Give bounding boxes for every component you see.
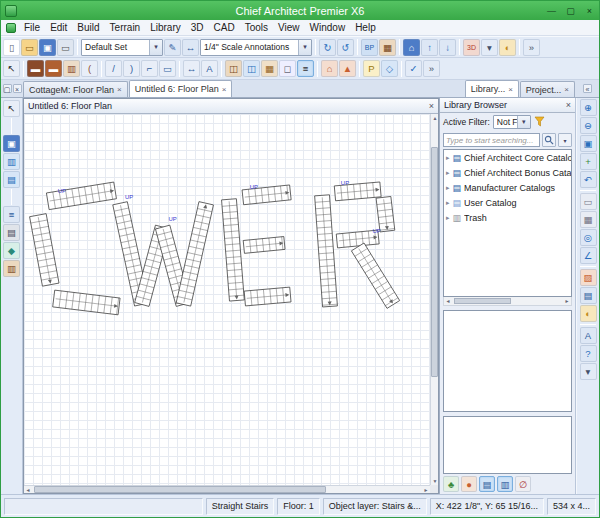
combo-arrow-icon[interactable]: ▾ xyxy=(298,40,311,55)
scroll-left-icon[interactable]: ◄ xyxy=(24,486,32,494)
library-search-input[interactable] xyxy=(443,133,540,147)
half-wall-icon[interactable]: ▥ xyxy=(63,60,80,77)
cad-polyline-icon[interactable]: ⌐ xyxy=(141,60,158,77)
home-view-icon[interactable]: ⌂ xyxy=(403,39,420,56)
tab-close-icon[interactable]: × xyxy=(222,85,227,94)
combo-arrow-icon[interactable]: ▾ xyxy=(149,40,162,55)
stair-segment[interactable] xyxy=(315,195,338,307)
exterior-wall-icon[interactable]: ▬ xyxy=(27,60,44,77)
help-icon[interactable]: ? xyxy=(580,345,597,362)
scroll-right-icon[interactable]: ► xyxy=(422,486,430,494)
annotation-scale-combo[interactable]: 1/4" Scale Annotations▾ xyxy=(200,39,312,56)
close-button[interactable]: × xyxy=(580,2,599,19)
stair-segment[interactable] xyxy=(222,199,245,301)
expand-arrow-icon[interactable]: ▸ xyxy=(446,154,450,162)
camera-menu-icon[interactable]: ▾ xyxy=(481,39,498,56)
tab-library-browser[interactable]: Library... × xyxy=(465,80,519,97)
render-view-icon[interactable]: ◐ xyxy=(499,39,516,56)
tab-close-icon[interactable]: × xyxy=(117,85,122,94)
scroll-right-icon[interactable]: ► xyxy=(563,297,571,305)
edit-defaults-icon[interactable]: ✎ xyxy=(164,39,181,56)
display-options-icon[interactable]: ◐ xyxy=(580,305,597,322)
scroll-up-icon[interactable]: ▲ xyxy=(431,114,439,122)
library-object-icon[interactable]: ▥ xyxy=(3,260,20,277)
stair-segment[interactable] xyxy=(351,243,399,308)
overview-icon[interactable]: ▤ xyxy=(3,171,20,188)
scroll-down-icon[interactable]: ▼ xyxy=(431,477,439,485)
stair-segment[interactable] xyxy=(176,202,213,306)
combo-arrow-icon[interactable]: ▾ xyxy=(517,116,530,128)
cad-arc-icon[interactable]: ) xyxy=(123,60,140,77)
door-tool-icon[interactable]: ◫ xyxy=(225,60,242,77)
refresh-display-icon[interactable]: ↻ xyxy=(319,39,336,56)
menu-item-cad[interactable]: CAD xyxy=(209,22,240,33)
menu-item-file[interactable]: File xyxy=(19,22,45,33)
toolbar2-overflow-icon[interactable]: » xyxy=(423,60,440,77)
library-tree-item[interactable]: ▸▥Trash xyxy=(444,210,571,225)
materials-list-icon[interactable]: ▦ xyxy=(379,39,396,56)
material-sphere-icon[interactable]: ● xyxy=(461,476,477,492)
menu-item-edit[interactable]: Edit xyxy=(45,22,72,33)
menu-item-help[interactable]: Help xyxy=(350,22,381,33)
library-tree-item[interactable]: ▸▤User Catalog xyxy=(444,195,571,210)
zoom-extents-icon[interactable]: ▣ xyxy=(580,135,597,152)
floor-plan-drawing[interactable]: UPUPUPUPUPUP xyxy=(24,114,430,485)
library-tree-item[interactable]: ▸▤Chief Architect Bonus Catalogs xyxy=(444,165,571,180)
new-plan-icon[interactable]: ▯ xyxy=(3,39,20,56)
menu-item-build[interactable]: Build xyxy=(72,22,104,33)
undo-zoom-icon[interactable]: ↶ xyxy=(580,171,597,188)
roof-tool-icon[interactable]: ⌂ xyxy=(321,60,338,77)
maximize-button[interactable]: ▢ xyxy=(561,2,580,19)
menu-item-view[interactable]: View xyxy=(273,22,305,33)
expand-arrow-icon[interactable]: ▸ xyxy=(446,199,450,207)
tab-project-browser[interactable]: Project... × xyxy=(520,81,575,97)
stair-segment[interactable] xyxy=(243,237,285,254)
stair-group-icon[interactable]: ▤ xyxy=(3,224,20,241)
filter-funnel-icon[interactable] xyxy=(534,116,545,129)
object-snap-icon[interactable]: ◎ xyxy=(580,229,597,246)
dock-float-icon[interactable]: ▢ xyxy=(3,84,12,93)
pan-tool-icon[interactable]: + xyxy=(580,153,597,170)
cabinet-tool-icon[interactable]: ▦ xyxy=(261,60,278,77)
tab-close-icon[interactable]: × xyxy=(508,85,513,94)
stair-segment[interactable] xyxy=(53,290,120,315)
blueprint-mode-icon[interactable]: BP xyxy=(361,39,378,56)
stair-segment[interactable] xyxy=(46,182,116,210)
layer-display-icon[interactable]: ▤ xyxy=(580,287,597,304)
tile-view-icon[interactable]: ▤ xyxy=(479,476,495,492)
undo-icon[interactable]: ↺ xyxy=(337,39,354,56)
stairs-tool-icon[interactable]: ≡ xyxy=(297,60,314,77)
open-plan-icon[interactable]: ▭ xyxy=(21,39,38,56)
toolbar1-overflow-icon[interactable]: » xyxy=(523,39,540,56)
stair-segment[interactable] xyxy=(30,214,59,287)
cad-line-icon[interactable]: / xyxy=(105,60,122,77)
roof-plane-icon[interactable]: ▲ xyxy=(339,60,356,77)
stair-segment[interactable] xyxy=(376,196,395,231)
tab-untitled6-floor-plan[interactable]: Untitled 6: Floor Plan × xyxy=(129,80,233,97)
floor-plan-canvas[interactable]: UPUPUPUPUPUP xyxy=(24,114,430,485)
material-eyedropper-icon[interactable]: ◆ xyxy=(3,242,20,259)
library-tree-item[interactable]: ▸▤Chief Architect Core Catalogs xyxy=(444,150,571,165)
save-plan-icon[interactable]: ▣ xyxy=(39,39,56,56)
window-tool-icon[interactable]: ◫ xyxy=(243,60,260,77)
elevation-view-icon[interactable]: ▥ xyxy=(3,153,20,170)
expand-arrow-icon[interactable]: ▸ xyxy=(446,214,450,222)
scroll-thumb[interactable] xyxy=(454,298,511,304)
auto-check-icon[interactable]: ✓ xyxy=(405,60,422,77)
canvas-horizontal-scrollbar[interactable]: ◄ ► xyxy=(24,485,430,493)
dimension-tool-icon[interactable]: ↔ xyxy=(183,60,200,77)
grid-snap-icon[interactable]: ▦ xyxy=(580,211,597,228)
plant-chooser-icon[interactable]: ♣ xyxy=(443,476,459,492)
zoom-out-icon[interactable]: ⊖ xyxy=(580,117,597,134)
tree-horizontal-scrollbar[interactable]: ◄ ► xyxy=(443,297,572,306)
angle-snap-icon[interactable]: ∠ xyxy=(580,247,597,264)
scroll-thumb[interactable] xyxy=(431,147,438,377)
print-icon[interactable]: ▭ xyxy=(57,39,74,56)
menu-item-tools[interactable]: Tools xyxy=(240,22,273,33)
collapse-toolbar-icon[interactable]: « xyxy=(583,84,592,93)
app-menu-icon[interactable] xyxy=(6,23,16,33)
dimension-defaults-icon[interactable]: ↔ xyxy=(182,39,199,56)
menu-item-library[interactable]: Library xyxy=(145,22,186,33)
scroll-thumb[interactable] xyxy=(34,486,326,493)
camera-view-icon[interactable]: ▣ xyxy=(3,135,20,152)
